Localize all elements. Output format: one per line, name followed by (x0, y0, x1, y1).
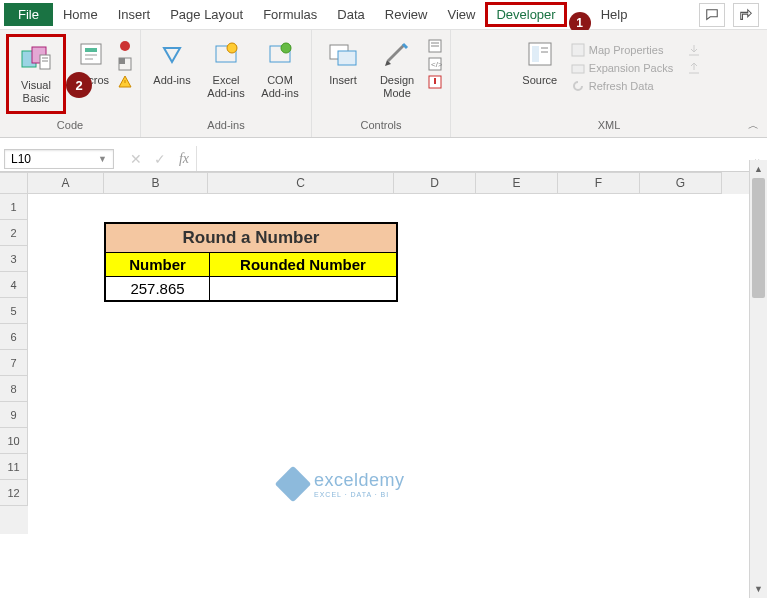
scroll-thumb[interactable] (752, 178, 765, 298)
column-header-G[interactable]: G (640, 172, 722, 194)
row-header-2[interactable]: 2 (0, 220, 28, 246)
tab-formulas[interactable]: Formulas (253, 3, 327, 26)
visual-basic-highlight: Visual Basic (6, 34, 66, 114)
name-box-dropdown-icon[interactable]: ▼ (98, 154, 107, 164)
ribbon-group-xml: Source Map Properties Expansion Packs Re… (451, 30, 767, 137)
row-headers: 123456789101112 (0, 172, 28, 534)
svg-point-16 (281, 43, 291, 53)
addins-icon (156, 38, 188, 70)
column-headers: ABCDEFG (28, 172, 767, 194)
watermark-text: exceldemy (314, 470, 405, 491)
excel-addins-label: Excel Add-ins (203, 74, 249, 100)
ribbon-tab-strip: File Home Insert Page Layout Formulas Da… (0, 0, 767, 30)
vertical-scrollbar[interactable]: ▲ ▼ (749, 160, 767, 598)
record-macro-button[interactable] (116, 38, 134, 54)
name-box[interactable]: L10▼ (4, 149, 114, 169)
comments-button[interactable] (699, 3, 725, 27)
tab-developer[interactable]: Developer (485, 2, 566, 27)
fx-button[interactable]: fx (172, 150, 196, 167)
row-header-1[interactable]: 1 (0, 194, 28, 220)
column-header-C[interactable]: C (208, 172, 394, 194)
visual-basic-label: Visual Basic (13, 79, 59, 105)
visual-basic-button[interactable]: Visual Basic (11, 39, 61, 109)
column-header-A[interactable]: A (28, 172, 104, 194)
design-mode-button[interactable]: Design Mode (372, 34, 422, 104)
tab-review[interactable]: Review (375, 3, 438, 26)
addins-button[interactable]: Add-ins (147, 34, 197, 91)
insert-control-button[interactable]: Insert (318, 34, 368, 91)
properties-button[interactable] (426, 38, 444, 54)
row-header-7[interactable]: 7 (0, 350, 28, 376)
row-header-3[interactable]: 3 (0, 246, 28, 272)
svg-rect-8 (85, 58, 93, 60)
com-addins-button[interactable]: COM Add-ins (255, 34, 305, 104)
com-addins-icon (264, 38, 296, 70)
excel-addins-button[interactable]: Excel Add-ins (201, 34, 251, 104)
svg-rect-18 (338, 51, 356, 65)
import-icon (687, 43, 701, 57)
row-header-10[interactable]: 10 (0, 428, 28, 454)
macros-icon (75, 38, 107, 70)
run-dialog-button[interactable] (426, 74, 444, 90)
table-cell-number[interactable]: 257.865 (106, 277, 210, 300)
name-box-value: L10 (11, 152, 31, 166)
data-table: Round a Number Number Rounded Number 257… (104, 222, 398, 302)
svg-rect-6 (85, 48, 97, 52)
scroll-down-icon[interactable]: ▼ (750, 580, 767, 598)
macro-security-button[interactable] (116, 74, 134, 90)
tab-data[interactable]: Data (327, 3, 374, 26)
collapse-ribbon-button[interactable]: ︿ (748, 118, 759, 133)
visual-basic-icon (20, 43, 52, 75)
source-label: Source (522, 74, 557, 87)
source-button[interactable]: Source (515, 34, 565, 91)
svg-rect-27 (532, 46, 539, 62)
row-header-5[interactable]: 5 (0, 298, 28, 324)
tab-home[interactable]: Home (53, 3, 108, 26)
tab-view[interactable]: View (437, 3, 485, 26)
export-icon (687, 61, 701, 75)
column-header-E[interactable]: E (476, 172, 558, 194)
insert-control-label: Insert (329, 74, 357, 87)
svg-rect-7 (85, 54, 97, 56)
scroll-up-icon[interactable]: ▲ (750, 160, 767, 178)
column-header-F[interactable]: F (558, 172, 640, 194)
ribbon-group-controls: Insert Design Mode </> Controls (312, 30, 451, 137)
cancel-formula-button[interactable]: ✕ (124, 151, 148, 167)
column-header-D[interactable]: D (394, 172, 476, 194)
share-button[interactable] (733, 3, 759, 27)
row-header-11[interactable]: 11 (0, 454, 28, 480)
watermark: exceldemy EXCEL · DATA · BI (280, 470, 405, 498)
callout-badge-2: 2 (66, 72, 92, 98)
tab-insert[interactable]: Insert (108, 3, 161, 26)
map-properties-button: Map Properties (569, 42, 675, 58)
design-mode-icon (381, 38, 413, 70)
column-header-B[interactable]: B (104, 172, 208, 194)
enter-formula-button[interactable]: ✓ (148, 151, 172, 167)
tab-file[interactable]: File (4, 3, 53, 26)
group-label-addins: Add-ins (207, 117, 244, 133)
insert-control-icon (327, 38, 359, 70)
relative-refs-button[interactable] (116, 56, 134, 72)
refresh-data-label: Refresh Data (589, 80, 654, 92)
tab-page-layout[interactable]: Page Layout (160, 3, 253, 26)
com-addins-label: COM Add-ins (257, 74, 303, 100)
expansion-packs-button: Expansion Packs (569, 60, 675, 76)
svg-point-9 (120, 41, 130, 51)
row-header-9[interactable]: 9 (0, 402, 28, 428)
row-header-6[interactable]: 6 (0, 324, 28, 350)
select-all-button[interactable] (0, 172, 28, 194)
row-header-12[interactable]: 12 (0, 480, 28, 506)
table-header-number: Number (106, 253, 210, 277)
refresh-icon (571, 79, 585, 93)
formula-bar[interactable] (196, 146, 747, 171)
group-label-code: Code (57, 117, 83, 133)
map-properties-label: Map Properties (589, 44, 664, 56)
tab-help[interactable]: Help (591, 3, 638, 26)
view-code-button[interactable]: </> (426, 56, 444, 72)
expansion-packs-icon (571, 61, 585, 75)
table-cell-rounded[interactable] (210, 277, 396, 300)
svg-point-14 (227, 43, 237, 53)
row-header-4[interactable]: 4 (0, 272, 28, 298)
row-header-8[interactable]: 8 (0, 376, 28, 402)
view-code-icon: </> (428, 57, 442, 71)
